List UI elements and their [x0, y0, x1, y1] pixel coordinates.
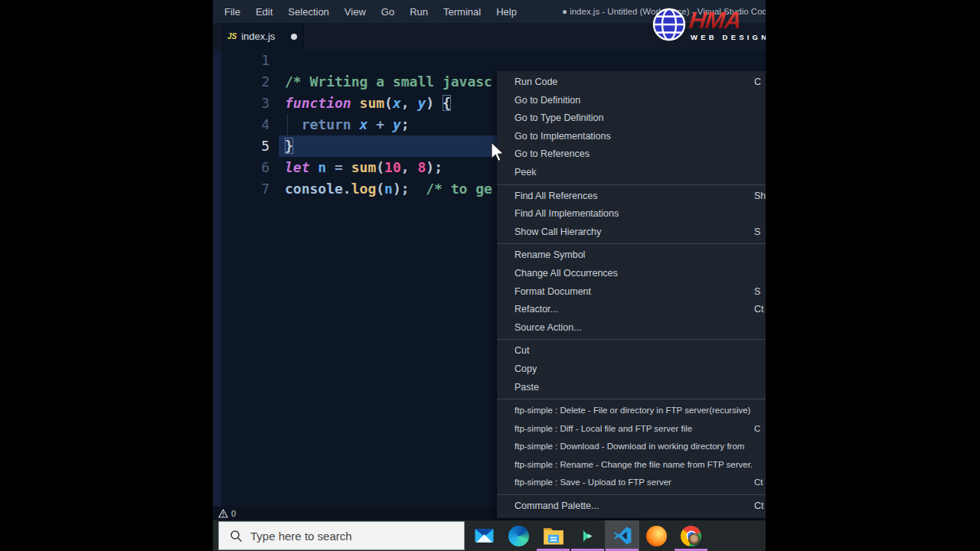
taskbar-edge[interactable] [501, 520, 536, 551]
menu-item-peek[interactable]: Peek [497, 164, 766, 182]
menu-item-find-all-implementations[interactable]: Find All Implementations [497, 205, 766, 223]
shortcut-fragment: S [754, 283, 760, 302]
line-content: return x + y; [285, 114, 410, 135]
taskbar-chrome[interactable] [674, 520, 708, 551]
globe-icon [651, 6, 688, 43]
menu-file[interactable]: File [217, 0, 248, 23]
menu-item-find-all-references[interactable]: Find All ReferencesShi [497, 187, 766, 206]
menu-separator [497, 399, 766, 399]
line-content: let n = sum(10, 8); [285, 157, 443, 178]
menu-item-go-to-definition[interactable]: Go to Definition [497, 92, 766, 110]
menu-help[interactable]: Help [488, 0, 524, 23]
tab-indexjs[interactable]: JS index.js [221, 23, 304, 50]
menu-item-go-to-type-definition[interactable]: Go to Type Definition [497, 109, 766, 128]
menu-selection[interactable]: Selection [280, 0, 336, 23]
menu-bar: FileEditSelectionViewGoRunTerminalHelp [213, 0, 524, 23]
warning-triangle-icon [218, 509, 228, 518]
shortcut-fragment: S [754, 223, 760, 242]
menu-item-change-all-occurrences[interactable]: Change All Occurrences [497, 265, 766, 283]
taskbar-file-explorer[interactable] [536, 520, 570, 551]
shortcut-fragment: Ct [754, 301, 764, 319]
line-content: function sum(x, y) { [285, 93, 451, 114]
menu-item-copy[interactable]: Copy [497, 360, 766, 379]
vscode-icon [612, 525, 633, 546]
menu-item-ftp-simple-download-download-in-working-[interactable]: ftp-simple : Download - Download in work… [497, 438, 766, 456]
menu-item-command-palette[interactable]: Command Palette...Ct [497, 497, 766, 516]
menu-separator [497, 339, 766, 340]
menu-item-go-to-implementations[interactable]: Go to Implementations [497, 128, 766, 146]
menu-run[interactable]: Run [402, 0, 436, 23]
menu-item-ftp-simple-delete-file-or-directory-in-f[interactable]: ftp-simple : Delete - File or directory … [497, 402, 766, 420]
tab-label: index.js [241, 31, 286, 42]
line-content: } [285, 135, 293, 157]
line-number: 4 [213, 114, 270, 135]
menu-edit[interactable]: Edit [248, 0, 280, 23]
line-number: 3 [213, 93, 270, 114]
line-number: 1 [213, 50, 270, 71]
shortcut-fragment: C [754, 73, 761, 92]
taskbar-filmora[interactable] [570, 520, 605, 551]
filmora-icon [577, 526, 598, 546]
vscode-window: FileEditSelectionViewGoRunTerminalHelp ●… [213, 0, 766, 551]
taskbar-mail[interactable] [467, 520, 501, 551]
menu-item-ftp-simple-diff-local-file-and-ftp-serve[interactable]: ftp-simple : Diff - Local file and FTP s… [497, 420, 766, 439]
line-number: 7 [213, 178, 270, 200]
hma-watermark-logo: HMA WEB DESIGN [651, 6, 766, 43]
chrome-icon [681, 526, 701, 546]
editor-context-menu: Run CodeCGo to DefinitionGo to Type Defi… [497, 71, 766, 518]
menu-item-format-document[interactable]: Format DocumentS [497, 283, 766, 302]
menu-view[interactable]: View [337, 0, 374, 23]
menu-item-run-code[interactable]: Run CodeC [497, 73, 766, 92]
menu-item-ftp-simple-save-upload-to-ftp-server[interactable]: ftp-simple : Save - Upload to FTP server… [497, 474, 766, 492]
shortcut-fragment: Ct [754, 474, 763, 492]
menu-item-paste[interactable]: Paste [497, 379, 766, 397]
line-content: /* Writing a small javasc [285, 71, 492, 93]
line-number: 5 [213, 135, 270, 157]
modified-dot-icon[interactable] [291, 34, 297, 40]
shortcut-fragment: Ct [754, 497, 764, 516]
logo-subtitle-text: WEB DESIGN [691, 33, 766, 41]
logo-brand-text: HMA [688, 11, 766, 31]
windows-taskbar: Type here to search [213, 520, 766, 551]
code-line-1[interactable]: 1 [213, 50, 766, 71]
right-black-bar [766, 0, 980, 551]
indent-guide [287, 114, 288, 135]
taskbar-firefox[interactable] [639, 520, 674, 551]
shortcut-fragment: C [754, 420, 760, 439]
file-explorer-icon [543, 527, 564, 546]
menu-item-ftp-simple-rename-change-the-file-name-f[interactable]: ftp-simple : Rename - Change the file na… [497, 456, 766, 474]
search-placeholder: Type here to search [250, 530, 352, 543]
taskbar-search[interactable]: Type here to search [218, 521, 465, 550]
menu-separator [497, 184, 766, 185]
js-file-icon: JS [227, 32, 237, 41]
menu-item-rename-symbol[interactable]: Rename Symbol [497, 246, 766, 265]
search-icon [230, 530, 243, 543]
menu-go[interactable]: Go [374, 0, 402, 23]
warnings-count: 0 [231, 509, 236, 518]
mouse-cursor-icon [490, 142, 505, 163]
mail-icon [474, 527, 495, 545]
line-number: 6 [213, 157, 270, 178]
menu-separator [497, 494, 766, 495]
profile-avatar [688, 533, 700, 545]
taskbar-vscode[interactable] [605, 520, 639, 551]
menu-terminal[interactable]: Terminal [436, 0, 488, 23]
firefox-icon [646, 526, 667, 546]
menu-item-source-action[interactable]: Source Action... [497, 319, 766, 337]
line-content: console.log(n); /* to ge [285, 178, 492, 200]
menu-item-show-call-hierarchy[interactable]: Show Call HierarchyS [497, 223, 766, 242]
menu-separator [497, 243, 766, 244]
line-number: 2 [213, 71, 270, 93]
warnings-indicator[interactable]: 0 [218, 507, 236, 520]
edge-icon [508, 526, 529, 546]
menu-item-cut[interactable]: Cut [497, 342, 766, 360]
shortcut-fragment: Shi [754, 187, 766, 206]
left-black-bar [0, 0, 213, 551]
menu-item-refactor[interactable]: Refactor...Ct [497, 301, 766, 319]
menu-item-go-to-references[interactable]: Go to References [497, 145, 766, 164]
